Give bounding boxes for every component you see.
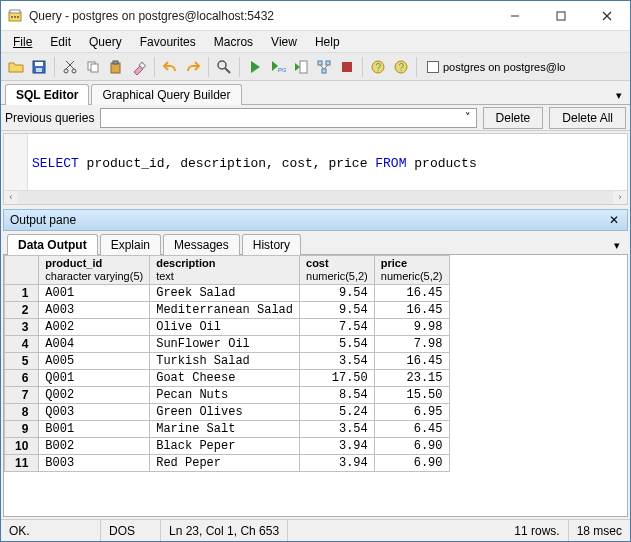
column-header[interactable]: pricenumeric(5,2): [374, 256, 449, 285]
cell[interactable]: Red Peper: [150, 455, 300, 472]
help-toolbar-icon[interactable]: ?: [367, 56, 389, 78]
editor-scrollbar-horizontal[interactable]: ‹›: [4, 190, 627, 204]
tab-data-output[interactable]: Data Output: [7, 234, 98, 255]
cell[interactable]: Greek Salad: [150, 285, 300, 302]
row-number[interactable]: 10: [5, 438, 39, 455]
row-number[interactable]: 2: [5, 302, 39, 319]
menu-edit[interactable]: Edit: [42, 33, 79, 51]
cell[interactable]: 3.94: [300, 455, 375, 472]
cell[interactable]: Q002: [39, 387, 150, 404]
cell[interactable]: A002: [39, 319, 150, 336]
execute-icon[interactable]: [244, 56, 266, 78]
column-header[interactable]: costnumeric(5,2): [300, 256, 375, 285]
cell[interactable]: SunFlower Oil: [150, 336, 300, 353]
tab-explain[interactable]: Explain: [100, 234, 161, 255]
tab-overflow-icon[interactable]: ▾: [612, 87, 626, 104]
tab-graphical-builder[interactable]: Graphical Query Builder: [91, 84, 241, 105]
cell[interactable]: 8.54: [300, 387, 375, 404]
cell[interactable]: 5.24: [300, 404, 375, 421]
table-row[interactable]: 3A002Olive Oil7.549.98: [5, 319, 450, 336]
cell[interactable]: Marine Salt: [150, 421, 300, 438]
copy-icon[interactable]: [82, 56, 104, 78]
cut-icon[interactable]: [59, 56, 81, 78]
cell[interactable]: 5.54: [300, 336, 375, 353]
cell[interactable]: 16.45: [374, 353, 449, 370]
table-row[interactable]: 4A004SunFlower Oil5.547.98: [5, 336, 450, 353]
execute-file-icon[interactable]: [290, 56, 312, 78]
cell[interactable]: 3.54: [300, 353, 375, 370]
sql-editor[interactable]: SELECT product_id, description, cost, pr…: [3, 133, 628, 205]
cell[interactable]: 3.54: [300, 421, 375, 438]
clear-icon[interactable]: [128, 56, 150, 78]
cell[interactable]: 9.98: [374, 319, 449, 336]
cell[interactable]: Green Olives: [150, 404, 300, 421]
cell[interactable]: 17.50: [300, 370, 375, 387]
cell[interactable]: 6.90: [374, 455, 449, 472]
row-number[interactable]: 11: [5, 455, 39, 472]
cell[interactable]: 23.15: [374, 370, 449, 387]
cell[interactable]: 15.50: [374, 387, 449, 404]
menu-query[interactable]: Query: [81, 33, 130, 51]
menu-file[interactable]: File: [5, 33, 40, 51]
execute-pgscript-icon[interactable]: PG: [267, 56, 289, 78]
cell[interactable]: A003: [39, 302, 150, 319]
cell[interactable]: Goat Cheese: [150, 370, 300, 387]
cell[interactable]: 16.45: [374, 302, 449, 319]
table-row[interactable]: 8Q003Green Olives5.246.95: [5, 404, 450, 421]
help-sql-icon[interactable]: ?: [390, 56, 412, 78]
cell[interactable]: Black Peper: [150, 438, 300, 455]
toolbar-db-selector[interactable]: postgres on postgres@lo: [427, 61, 626, 73]
cell[interactable]: 16.45: [374, 285, 449, 302]
menu-favourites[interactable]: Favourites: [132, 33, 204, 51]
find-icon[interactable]: [213, 56, 235, 78]
previous-queries-dropdown[interactable]: ˅: [100, 108, 476, 128]
tab-sql-editor[interactable]: SQL Editor: [5, 84, 89, 105]
cell[interactable]: A001: [39, 285, 150, 302]
cell[interactable]: Pecan Nuts: [150, 387, 300, 404]
menu-help[interactable]: Help: [307, 33, 348, 51]
output-tab-overflow-icon[interactable]: ▾: [610, 237, 624, 254]
table-row[interactable]: 5A005Turkish Salad3.5416.45: [5, 353, 450, 370]
column-header[interactable]: product_idcharacter varying(5): [39, 256, 150, 285]
row-number[interactable]: 8: [5, 404, 39, 421]
cell[interactable]: 6.90: [374, 438, 449, 455]
table-row[interactable]: 9B001Marine Salt3.546.45: [5, 421, 450, 438]
open-icon[interactable]: [5, 56, 27, 78]
delete-all-button[interactable]: Delete All: [549, 107, 626, 129]
cell[interactable]: 7.54: [300, 319, 375, 336]
explain-icon[interactable]: [313, 56, 335, 78]
cell[interactable]: 7.98: [374, 336, 449, 353]
delete-button[interactable]: Delete: [483, 107, 544, 129]
redo-icon[interactable]: [182, 56, 204, 78]
cell[interactable]: Olive Oil: [150, 319, 300, 336]
cell[interactable]: Turkish Salad: [150, 353, 300, 370]
cell[interactable]: 6.45: [374, 421, 449, 438]
cell[interactable]: B001: [39, 421, 150, 438]
output-pane-close-icon[interactable]: ✕: [607, 213, 621, 227]
row-number[interactable]: 7: [5, 387, 39, 404]
cell[interactable]: Q003: [39, 404, 150, 421]
cell[interactable]: 6.95: [374, 404, 449, 421]
save-icon[interactable]: [28, 56, 50, 78]
cell[interactable]: Q001: [39, 370, 150, 387]
minimize-button[interactable]: [492, 1, 538, 31]
undo-icon[interactable]: [159, 56, 181, 78]
cancel-icon[interactable]: [336, 56, 358, 78]
paste-icon[interactable]: [105, 56, 127, 78]
cell[interactable]: 9.54: [300, 285, 375, 302]
cell[interactable]: 9.54: [300, 302, 375, 319]
cell[interactable]: A005: [39, 353, 150, 370]
table-row[interactable]: 2A003Mediterranean Salad9.5416.45: [5, 302, 450, 319]
table-row[interactable]: 1A001Greek Salad9.5416.45: [5, 285, 450, 302]
tab-messages[interactable]: Messages: [163, 234, 240, 255]
cell[interactable]: Mediterranean Salad: [150, 302, 300, 319]
column-header[interactable]: descriptiontext: [150, 256, 300, 285]
row-number[interactable]: 5: [5, 353, 39, 370]
row-number[interactable]: 4: [5, 336, 39, 353]
table-row[interactable]: 6Q001Goat Cheese17.5023.15: [5, 370, 450, 387]
table-row[interactable]: 7Q002Pecan Nuts8.5415.50: [5, 387, 450, 404]
row-number[interactable]: 1: [5, 285, 39, 302]
menu-view[interactable]: View: [263, 33, 305, 51]
results-grid[interactable]: product_idcharacter varying(5)descriptio…: [3, 255, 628, 517]
cell[interactable]: A004: [39, 336, 150, 353]
